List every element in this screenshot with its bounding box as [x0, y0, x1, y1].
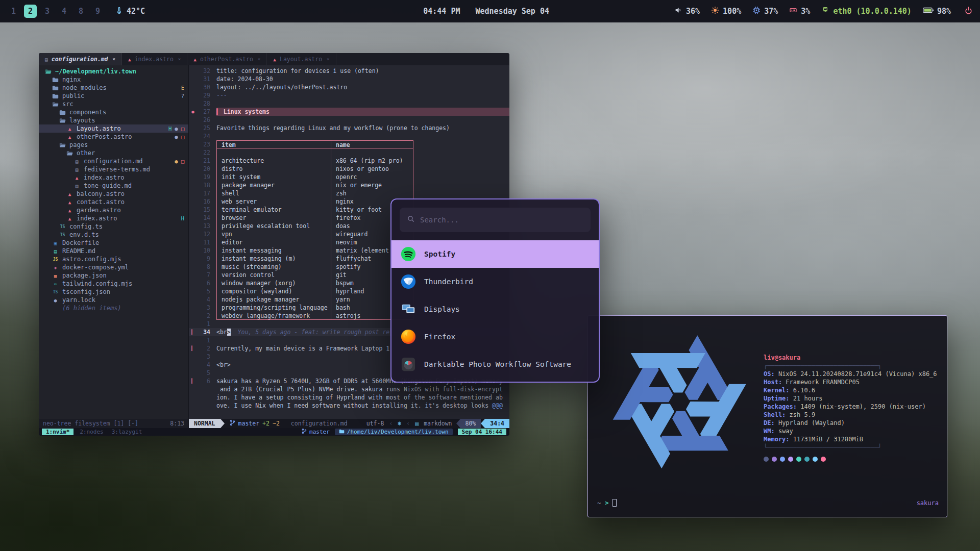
- tree-item-index-astro[interactable]: ▲index.astro: [39, 173, 188, 182]
- launcher-item-firefox[interactable]: Firefox: [391, 323, 599, 350]
- launcher-item-thunderbird[interactable]: Thunderbird: [391, 268, 599, 295]
- tab-close-icon[interactable]: ×: [113, 57, 115, 62]
- line-number: 25: [197, 124, 210, 132]
- tree-item-package-json[interactable]: ■package.json: [39, 271, 188, 280]
- app-launcher: SpotifyThunderbirdDisplaysFirefoxDarktab…: [390, 198, 600, 383]
- workspace-4[interactable]: 4: [58, 5, 70, 18]
- tree-item-development-liv-town[interactable]: ~/Development/liv.town: [39, 67, 188, 76]
- folder-icon: [51, 77, 60, 83]
- workspace-9[interactable]: 9: [91, 5, 104, 18]
- fastfetch-separator: ┌──────────────────────────────┐: [764, 362, 937, 370]
- tree-item-config-ts[interactable]: TSconfig.ts: [39, 222, 188, 231]
- line-number: 6: [197, 377, 210, 385]
- tmux-window-3-lazygit[interactable]: 3:lazygit: [110, 429, 144, 435]
- launcher-item-displays[interactable]: Displays: [391, 295, 599, 323]
- editor-line: 32title: configuration for devices i use…: [189, 67, 509, 75]
- brightness-value: 100%: [723, 7, 741, 16]
- gutter-sign: [189, 279, 197, 287]
- table-row: compositor (wayland)hyprland: [216, 287, 413, 295]
- lock-icon: ●: [51, 297, 60, 303]
- network-module[interactable]: eth0 (10.0.0.140): [821, 6, 912, 16]
- shell-prompt[interactable]: ~ >: [597, 499, 617, 507]
- tree-item-label: astro.config.mjs: [62, 256, 121, 263]
- tree-item-docker-compose-yml[interactable]: ❖docker-compose.yml: [39, 263, 188, 271]
- temperature-module[interactable]: 42°C: [115, 7, 145, 16]
- tab-label: otherPost.astro: [200, 56, 253, 63]
- tree-marker: ●: [175, 134, 178, 140]
- tree-item-layout-astro[interactable]: ▲Layout.astroH●□: [39, 124, 188, 133]
- tab-configuration-md[interactable]: ▤configuration.md×: [39, 53, 122, 65]
- tree-item-layouts[interactable]: layouts: [39, 116, 188, 124]
- tree-item-otherpost-astro[interactable]: ▲otherPost.astro●□: [39, 133, 188, 141]
- tree-item-tone-guide-md[interactable]: ▤tone-guide.md: [39, 182, 188, 190]
- line-content: [216, 132, 509, 140]
- launcher-search[interactable]: [400, 208, 591, 232]
- tab-index-astro[interactable]: ▲index.astro×: [122, 53, 187, 65]
- ts-icon: TS: [58, 233, 67, 237]
- tree-item-label: index.astro: [77, 215, 117, 222]
- tree-item-astro-config-mjs[interactable]: JSastro.config.mjs: [39, 255, 188, 263]
- brightness-module[interactable]: 100%: [711, 6, 741, 16]
- search-input[interactable]: [420, 216, 583, 224]
- tree-item-6-hidden-items[interactable]: (6 hidden items): [39, 304, 188, 312]
- tab-otherpost-astro[interactable]: ▲otherPost.astro×: [187, 53, 267, 65]
- tree-item-node-modules[interactable]: node_modulesE: [39, 84, 188, 92]
- table-row: terminal emulatorkitty or foot: [216, 206, 413, 214]
- volume-module[interactable]: 36%: [674, 6, 700, 16]
- workspace-1[interactable]: 1: [7, 5, 20, 18]
- cpu-module[interactable]: 37%: [752, 6, 778, 16]
- gutter-sign: [189, 206, 197, 214]
- tree-item-readme-md[interactable]: ▤README.md: [39, 247, 188, 255]
- tree-item-components[interactable]: components: [39, 108, 188, 116]
- workspace-2[interactable]: 2: [24, 5, 37, 18]
- line-number: 3: [197, 304, 210, 312]
- tree-item-contact-astro[interactable]: ▲contact.astro: [39, 198, 188, 206]
- tmux-window-2-nodes[interactable]: 2:nodes: [78, 429, 105, 435]
- astro-icon: ▲: [65, 191, 74, 197]
- tree-item-index-astro[interactable]: ▲index.astroH: [39, 214, 188, 222]
- tree-item-other[interactable]: other: [39, 149, 188, 157]
- gutter-sign: [189, 75, 197, 83]
- info-value: zsh 5.9: [790, 411, 816, 418]
- clock-date: Wednesday Sep 04: [475, 7, 549, 16]
- tab-close-icon[interactable]: ×: [258, 57, 260, 62]
- power-button[interactable]: [964, 6, 973, 17]
- line-content: architecturex86_64 (rip m2 pro): [216, 157, 509, 165]
- launcher-item-spotify[interactable]: Spotify: [391, 240, 599, 268]
- tab-close-icon[interactable]: ×: [327, 57, 329, 62]
- terminal-window: liv@sakura┌─────────────────────────────…: [587, 315, 947, 517]
- tree-item-label: yarn.lock: [62, 296, 95, 304]
- tab-layout-astro[interactable]: ▲Layout.astro×: [267, 53, 336, 65]
- tree-item-balcony-astro[interactable]: ▲balcony.astro: [39, 190, 188, 198]
- battery-module[interactable]: 98%: [923, 7, 951, 16]
- markdown-icon: ▤: [45, 57, 48, 62]
- gutter-sign: [189, 304, 197, 312]
- tmux-git-branch: master: [302, 428, 330, 436]
- line-content: ---: [216, 91, 509, 99]
- tree-item-fediverse-terms-md[interactable]: ▤fediverse-terms.md: [39, 165, 188, 173]
- tree-item-configuration-md[interactable]: ▤configuration.md●□: [39, 157, 188, 165]
- battery-value: 98%: [937, 7, 951, 16]
- tree-marker: E: [181, 85, 184, 91]
- tree-item-yarn-lock[interactable]: ●yarn.lock: [39, 296, 188, 304]
- workspace-3[interactable]: 3: [41, 5, 54, 18]
- launcher-item-darktable-photo-workflow-software[interactable]: Darktable Photo Workflow Software: [391, 350, 599, 378]
- info-row: OS: NixOS 24.11.20240828.71e91c4 (Vicuna…: [764, 370, 937, 378]
- tab-close-icon[interactable]: ×: [178, 57, 181, 62]
- tmux-window-1-nvim[interactable]: 1:nvim*: [42, 429, 74, 435]
- memory-module[interactable]: 3%: [789, 6, 810, 16]
- tree-item-src[interactable]: src: [39, 100, 188, 108]
- tree-item-env-d-ts[interactable]: TSenv.d.ts: [39, 231, 188, 239]
- tree-item-nginx[interactable]: nginx: [39, 76, 188, 84]
- tree-item-garden-astro[interactable]: ▲garden.astro: [39, 206, 188, 214]
- editor-line: and a 2TB (Crucial P5 Plus) NVMe drive. …: [189, 385, 509, 393]
- workspace-8[interactable]: 8: [75, 5, 87, 18]
- tree-item-public[interactable]: public?: [39, 92, 188, 100]
- gutter-sign: [189, 336, 197, 344]
- tree-item-pages[interactable]: pages: [39, 141, 188, 149]
- palette-dot: [764, 457, 769, 462]
- tree-item-tsconfig-json[interactable]: TStsconfig.json: [39, 288, 188, 296]
- line-number: [197, 393, 210, 402]
- tree-item-tailwind-config-mjs[interactable]: ≈tailwind.config.mjs: [39, 280, 188, 288]
- tree-item-dockerfile[interactable]: ▣Dockerfile: [39, 239, 188, 247]
